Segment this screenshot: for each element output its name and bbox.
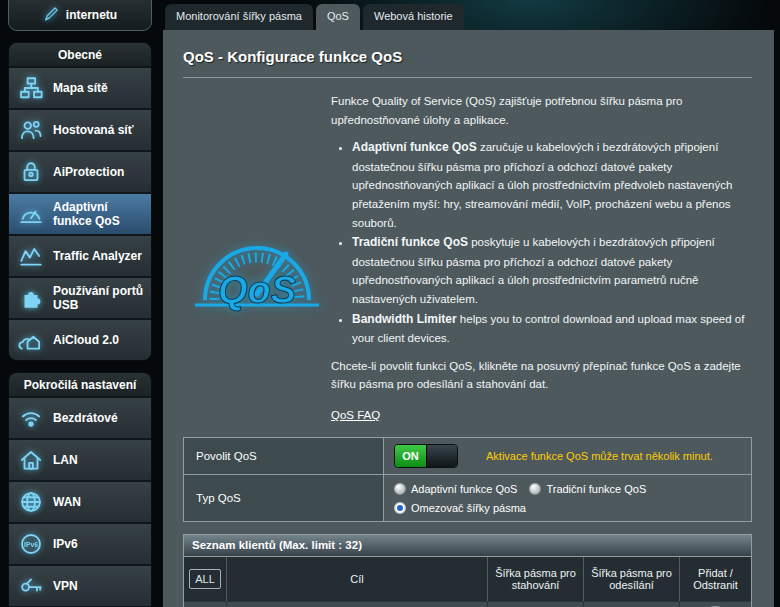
- sidebar-item-label: LAN: [53, 453, 78, 467]
- qos-enable-toggle[interactable]: ON: [394, 444, 458, 468]
- network-map-icon: [16, 75, 46, 101]
- qos-type-options: Adaptivní funkce QoSTradiční funkce QoSO…: [384, 475, 751, 521]
- sidebar-item-wan[interactable]: WAN: [9, 480, 151, 522]
- feature-bullet-tradi-n-funkce-qos: Tradiční funkce QoS poskytuje u kabelový…: [352, 233, 748, 308]
- sidebar-section-obecn: ObecnéMapa sítěHostovaná síťAiProtection…: [8, 42, 152, 361]
- qis-label: internetu: [66, 8, 117, 22]
- toggle-on-label: ON: [395, 445, 426, 467]
- qos-faq-link[interactable]: QoS FAQ: [331, 406, 380, 425]
- sidebar-item-pou-v-n-port-usb[interactable]: Používání portů USB: [9, 276, 151, 318]
- sidebar-item-vpn[interactable]: VPN: [9, 564, 151, 606]
- description-text: Funkce Quality of Service (QoS) zajišťuj…: [331, 84, 752, 424]
- col-upload-bandwidth: Šířka pásma pro odesílání: [583, 557, 679, 601]
- sidebar-item-label: Traffic Analyzer: [53, 249, 142, 263]
- cloud-home-icon: [16, 327, 46, 353]
- sidebar-item-label: Adaptivní funkce QoS: [53, 200, 147, 229]
- sidebar-item-label: Používání portů USB: [53, 284, 147, 313]
- sidebar-section-title: Pokročilá nastavení: [9, 373, 151, 396]
- qos-type-option-omezova-ky-p-sma[interactable]: Omezovač šířky pásma: [394, 502, 526, 514]
- sidebar-item-hostovan-s[interactable]: Hostovaná síť: [9, 108, 151, 150]
- col-target: Cíl: [226, 557, 487, 601]
- radio-button-icon[interactable]: [529, 483, 541, 495]
- client-entry-row: - -ntb Mb/s Mb/s: [184, 601, 751, 607]
- client-table-header: ALL Cíl Šířka pásma pro stahování Šířka …: [184, 557, 751, 601]
- quick-internet-setup-button[interactable]: internetu: [8, 0, 152, 31]
- sidebar-item-bezdr-tov[interactable]: Bezdrátové: [9, 396, 151, 438]
- radio-label: Omezovač šířky pásma: [411, 502, 526, 514]
- intro-text: Funkce Quality of Service (QoS) zajišťuj…: [331, 92, 748, 129]
- sidebar-item-lan[interactable]: LAN: [9, 438, 151, 480]
- ipv6-icon: IPv6: [16, 531, 46, 557]
- sidebar-item-label: IPv6: [53, 537, 78, 551]
- sidebar-item-aicloud-2-0[interactable]: AiCloud 2.0: [9, 318, 151, 360]
- tab-qos[interactable]: QoS: [316, 4, 360, 30]
- bullet-lead: Bandwidth Limiter: [352, 312, 457, 326]
- qos-type-label: Typ QoS: [184, 475, 384, 521]
- sidebar-section-pokro-il-nastaven: Pokročilá nastaveníBezdrátovéLANWANIPv6I…: [8, 372, 152, 607]
- sidebar-item-label: AiProtection: [53, 165, 124, 179]
- radio-button-icon[interactable]: [394, 483, 406, 495]
- guest-network-icon: [16, 117, 46, 143]
- qos-gauge-icon: QoS: [183, 84, 331, 424]
- qos-type-option-tradi-n-funkce-qos[interactable]: Tradiční funkce QoS: [529, 483, 646, 495]
- radio-button-icon[interactable]: [394, 502, 406, 514]
- tab-webov-historie[interactable]: Webová historie: [363, 4, 464, 30]
- settings-table: Povolit QoS ON Aktivace funkce QoS může …: [183, 437, 752, 522]
- wifi-icon: [16, 405, 46, 431]
- radio-label: Tradiční funkce QoS: [546, 483, 646, 495]
- qos-type-row: Typ QoS Adaptivní funkce QoSTradiční fun…: [184, 475, 751, 521]
- col-download-bandwidth: Šířka pásma pro stahování: [487, 557, 583, 601]
- sidebar-item-traffic-analyzer[interactable]: Traffic Analyzer: [9, 234, 151, 276]
- qos-type-option-adaptivn-funkce-qos[interactable]: Adaptivní funkce QoS: [394, 483, 517, 495]
- sidebar-item-label: Bezdrátové: [53, 411, 118, 425]
- vpn-icon: [16, 573, 46, 599]
- feature-bullet-adaptivn-funkce-qos: Adaptivní funkce QoS zaručuje u kabelový…: [352, 138, 748, 232]
- activation-warning: Aktivace funkce QoS může trvat několik m…: [486, 450, 713, 462]
- select-all-button[interactable]: ALL: [189, 569, 221, 589]
- sidebar-item-adaptivn-funkce-qos[interactable]: Adaptivní funkce QoS: [9, 192, 151, 234]
- content-panel: QoS - Konfigurace funkce QoS QoS Funkce …: [163, 30, 774, 607]
- toggle-handle: [426, 445, 457, 467]
- usb-puzzle-icon: [16, 285, 46, 311]
- globe-icon: [16, 489, 46, 515]
- col-add-remove: Přidat / Odstranit: [679, 557, 751, 601]
- sidebar-item-label: Mapa sítě: [53, 81, 108, 95]
- description-section: QoS Funkce Quality of Service (QoS) zaji…: [183, 84, 752, 424]
- enable-qos-row: Povolit QoS ON Aktivace funkce QoS může …: [184, 438, 751, 475]
- row-index: -: [184, 602, 226, 607]
- bullet-text: zaručuje u kabelových i bezdrátových při…: [352, 141, 732, 228]
- traffic-chart-icon: [16, 243, 46, 269]
- feature-bullet-bandwidth-limiter: Bandwidth Limiter helps you to control d…: [352, 310, 748, 348]
- gauge-icon: [16, 201, 46, 227]
- outro-text: Chcete-li povolit funkci QoS, klikněte n…: [331, 357, 748, 394]
- tab-monitorov-n-ky-p-sma[interactable]: Monitorování šířky pásma: [165, 4, 313, 30]
- bullet-lead: Adaptivní funkce QoS: [352, 140, 477, 154]
- gauge-logo-text: QoS: [218, 269, 296, 311]
- sidebar: internetu ObecnéMapa sítěHostovaná síťAi…: [8, 0, 152, 607]
- client-list-title: Seznam klientů (Max. limit : 32): [184, 535, 751, 557]
- feature-list: Adaptivní funkce QoS zaručuje u kabelový…: [331, 138, 748, 347]
- home-icon: [16, 447, 46, 473]
- sidebar-section-title: Obecné: [9, 43, 151, 66]
- title-divider: [183, 77, 752, 78]
- svg-text:IPv6: IPv6: [24, 541, 38, 548]
- sidebar-item-label: AiCloud 2.0: [53, 333, 119, 347]
- sidebar-item-aiprotection[interactable]: AiProtection: [9, 150, 151, 192]
- setup-pen-icon: [43, 6, 59, 25]
- shield-lock-icon: [16, 159, 46, 185]
- client-list-table: Seznam klientů (Max. limit : 32) ALL Cíl…: [183, 534, 752, 607]
- radio-label: Adaptivní funkce QoS: [411, 483, 517, 495]
- bullet-lead: Tradiční funkce QoS: [352, 235, 468, 249]
- sidebar-item-mapa-s-t[interactable]: Mapa sítě: [9, 66, 151, 108]
- sidebar-sections: ObecnéMapa sítěHostovaná síťAiProtection…: [8, 42, 152, 607]
- sidebar-item-label: Hostovaná síť: [53, 123, 133, 137]
- sidebar-item-label: VPN: [53, 579, 78, 593]
- sidebar-item-ipv6[interactable]: IPv6IPv6: [9, 522, 151, 564]
- sidebar-item-label: WAN: [53, 495, 81, 509]
- tab-bar: Monitorování šířky pásmaQoSWebová histor…: [165, 4, 464, 30]
- page-title: QoS - Konfigurace funkce QoS: [183, 48, 752, 65]
- enable-qos-label: Povolit QoS: [184, 438, 384, 474]
